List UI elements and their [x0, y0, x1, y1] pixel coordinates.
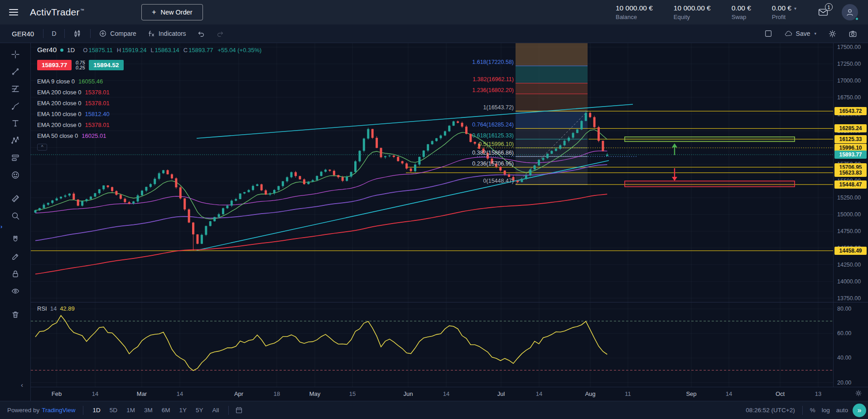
price-tick-label: 14250.00 [837, 262, 861, 268]
tool-zoom-button[interactable] [7, 207, 24, 224]
indicator-legend-row[interactable]: EMA 100 close 015812.40 [37, 108, 261, 119]
range-button-5y[interactable]: 5Y [192, 404, 207, 416]
fib-level-label: 1.236(16802.20) [472, 87, 514, 93]
chart-area[interactable]: Ger40 1D O15875.11H15919.24L15863.14C158… [31, 43, 868, 401]
tool-emoji-button[interactable] [7, 166, 24, 184]
pane-collapse-button[interactable]: ‹ [21, 381, 23, 389]
compare-icon [99, 29, 107, 38]
indicator-legend-row[interactable]: EMA 200 close 015378.01 [37, 87, 261, 97]
stat-value: 0.00 € [732, 4, 751, 12]
sell-price-button[interactable]: 15893.77 [37, 60, 72, 70]
price-zones[interactable] [625, 137, 795, 187]
undo-button[interactable] [192, 24, 211, 43]
price-level-tag[interactable]: 16285.24 [834, 124, 867, 132]
stat-label: Swap [732, 14, 751, 20]
supply-zone [625, 137, 795, 141]
arrow-drawings[interactable] [672, 143, 677, 181]
clock-label[interactable]: 08:26:52 (UTC+2) [746, 407, 795, 414]
fib-level-label: 1.618(17220.58) [472, 59, 514, 65]
tool-lock-button[interactable] [7, 265, 24, 283]
caret-down-icon[interactable]: ▾ [794, 6, 796, 11]
range-button-1d[interactable]: 1D [89, 404, 105, 416]
range-button-3m[interactable]: 3M [140, 404, 157, 416]
stat-value: 10 000.00 € [616, 4, 653, 12]
indicator-legend-row[interactable]: EMA 9 close 016055.46 [37, 76, 261, 87]
notifications-button[interactable]: 1 [818, 7, 828, 17]
redo-icon [216, 29, 224, 38]
undo-icon [197, 29, 205, 38]
current-price-tag[interactable]: 15893.77 [834, 151, 867, 159]
price-scale[interactable]: 17500.0017250.0017000.0016750.0016500.00… [833, 43, 868, 387]
tool-eye-button[interactable] [7, 283, 24, 300]
chart-settings-button[interactable] [823, 24, 842, 43]
favorites-toggle-button[interactable]: › [0, 223, 2, 230]
goto-realtime-button[interactable]: » [853, 404, 866, 417]
chart-style-button[interactable] [68, 24, 87, 43]
main-menu-button[interactable] [9, 7, 18, 17]
indicator-legend-row[interactable]: EMA 50 close 016025.01 [37, 130, 261, 141]
symbol-button[interactable]: GER40 [5, 30, 40, 38]
time-tick-label: 14 [177, 390, 183, 397]
tool-xabcd-pattern-button[interactable] [7, 132, 24, 149]
indicator-label: EMA 200 close 0 [37, 122, 82, 128]
layout-button[interactable] [759, 24, 778, 43]
price-level-tag[interactable]: 15623.83 [834, 169, 867, 177]
range-button-1m[interactable]: 1M [122, 404, 139, 416]
legend-symbol[interactable]: Ger40 [37, 46, 57, 54]
tool-long-short-position-button[interactable] [7, 149, 24, 166]
range-button-5d[interactable]: 5D [106, 404, 121, 416]
chart-legend: Ger40 1D O15875.11H15919.24L15863.14C158… [37, 46, 261, 151]
indicator-legend-rows: EMA 9 close 016055.46EMA 200 close 01537… [37, 76, 261, 141]
stat-value: 0.00 €▾ [772, 4, 796, 12]
goto-date-button[interactable] [235, 406, 243, 414]
account-avatar[interactable] [842, 4, 858, 20]
pane-divider[interactable] [31, 302, 868, 302]
tool-measure-button[interactable] [7, 190, 24, 207]
save-label: Save [796, 30, 810, 37]
tool-trendline-button[interactable] [7, 63, 24, 80]
tool-magnet-button[interactable] [7, 231, 24, 248]
buy-price-button[interactable]: 15894.52 [89, 60, 123, 70]
account-stat: 10 000.00 €Balance [616, 4, 653, 20]
screenshot-button[interactable] [843, 24, 863, 43]
tradingview-link[interactable]: TradingView [42, 407, 75, 414]
tool-trash-button[interactable] [7, 306, 24, 323]
range-button-1y[interactable]: 1Y [175, 404, 191, 416]
separator [83, 406, 83, 415]
time-tick-label: Mar [137, 390, 147, 397]
scale-%-button[interactable]: % [810, 407, 815, 414]
compare-button[interactable]: Compare [93, 24, 142, 43]
camera-icon [849, 29, 857, 38]
tool-text-button[interactable] [7, 115, 24, 132]
interval-button[interactable]: D [46, 24, 62, 43]
legend-collapse-button[interactable]: ^ [37, 144, 47, 151]
tool-drawing-edit-button[interactable] [7, 248, 24, 265]
indicator-legend-row[interactable]: EMA 200 close 015378.01 [37, 119, 261, 130]
stat-value: 10 000.00 € [674, 4, 711, 12]
range-button-all[interactable]: All [208, 404, 223, 416]
redo-button[interactable] [211, 24, 230, 43]
new-order-button[interactable]: + New Order [141, 4, 203, 20]
range-button-6m[interactable]: 6M [158, 404, 174, 416]
tool-crosshair-button[interactable] [7, 46, 24, 63]
tool-brush-button[interactable] [7, 97, 24, 115]
indicator-label: EMA 100 close 0 [37, 111, 82, 117]
account-stat[interactable]: 0.00 €▾Profit [772, 4, 796, 20]
price-level-tag[interactable]: 14458.49 [834, 247, 867, 255]
timezone-settings-button[interactable] [855, 390, 862, 397]
time-scale[interactable]: Feb14Mar14Apr18May15Jun14Jul14Aug11Sep14… [31, 387, 868, 401]
indicator-legend-row[interactable]: EMA 200 close 015378.01 [37, 97, 261, 108]
price-level-tag[interactable]: 16125.33 [834, 135, 867, 143]
rsi-value: 42.89 [60, 305, 75, 312]
indicator-label: EMA 200 close 0 [37, 89, 82, 96]
price-level-tag[interactable]: 15448.47 [834, 180, 867, 189]
compare-label: Compare [110, 30, 136, 37]
scale-auto-button[interactable]: auto [836, 407, 848, 414]
indicators-button[interactable]: Indicators [142, 24, 192, 43]
separator [64, 29, 65, 38]
save-layout-button[interactable]: Save ▾ [779, 24, 822, 43]
price-level-tag[interactable]: 16543.72 [834, 107, 867, 115]
tool-fib-retracement-button[interactable] [7, 80, 24, 97]
fib-retracement-zone[interactable] [516, 43, 588, 185]
scale-log-button[interactable]: log [822, 407, 830, 414]
